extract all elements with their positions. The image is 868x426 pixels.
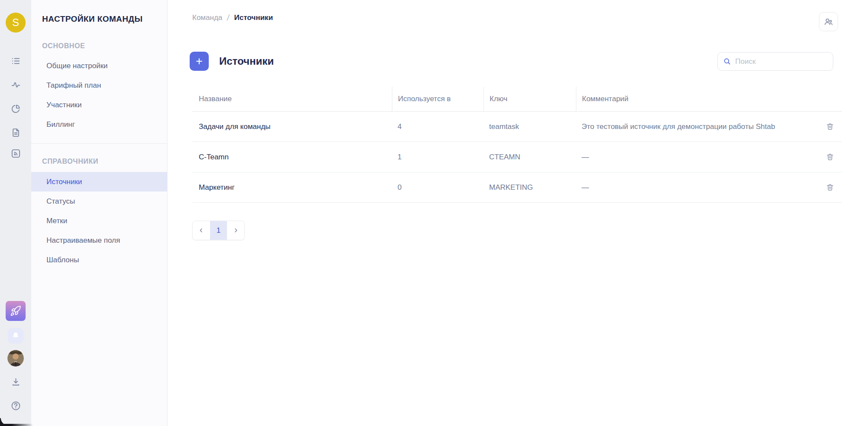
sidebar-section-main-label: ОСНОВНОЕ: [42, 42, 85, 50]
download-app-button[interactable]: [0, 377, 31, 387]
delete-source-button[interactable]: [824, 120, 836, 133]
sidebar-item-members[interactable]: Участники: [31, 95, 167, 115]
pagination: 1: [192, 221, 245, 240]
user-avatar[interactable]: [7, 350, 24, 367]
upgrade-rocket-button[interactable]: [6, 301, 26, 321]
chevron-right-icon: [233, 227, 239, 234]
sidebar-item-templates[interactable]: Шаблоны: [31, 250, 167, 270]
main-content: Команда / Источники + Источники: [168, 0, 868, 426]
cell-comment: Это тестовый источник для демонстрации р…: [576, 122, 818, 131]
table-header: Название Используется в Ключ Комментарий: [192, 87, 842, 112]
activity-icon: [11, 80, 21, 90]
table-row[interactable]: Задачи для команды 4 teamtask Это тестов…: [192, 112, 842, 142]
trash-icon: [825, 122, 835, 131]
table-row[interactable]: C-Teamn 1 CTEAMN —: [192, 142, 842, 172]
sidebar-item-billing[interactable]: Биллинг: [31, 115, 167, 134]
bell-icon: [11, 331, 20, 340]
sidebar-item-tariff-plan[interactable]: Тарифный план: [31, 76, 167, 95]
column-header-used-in: Используется в: [392, 87, 483, 111]
sources-table: Название Используется в Ключ Комментарий…: [192, 87, 842, 203]
cell-comment: —: [576, 183, 818, 192]
list-icon: [11, 56, 21, 66]
cell-used-in: 0: [392, 183, 483, 192]
delete-source-button[interactable]: [824, 181, 836, 194]
cell-key: CTEAMN: [483, 153, 576, 162]
sidebar-item-statuses[interactable]: Статусы: [31, 192, 167, 211]
trash-icon: [825, 152, 835, 162]
column-header-key: Ключ: [483, 87, 576, 111]
app-icon-rail: S: [0, 0, 31, 426]
pie-chart-icon: [11, 104, 21, 114]
cell-key: MARKETING: [483, 183, 576, 192]
pagination-page-1[interactable]: 1: [210, 221, 227, 240]
app-window: S: [0, 0, 868, 426]
breadcrumb-current: Источники: [234, 13, 273, 22]
cell-used-in: 4: [392, 122, 483, 131]
column-header-actions: [818, 87, 842, 111]
cell-comment: —: [576, 153, 818, 162]
sidebar-divider: [31, 143, 167, 144]
delete-source-button[interactable]: [824, 151, 836, 163]
cell-source-name: C-Teamn: [192, 153, 392, 162]
document-icon: [11, 128, 21, 138]
settings-sidebar: НАСТРОЙКИ КОМАНДЫ ОСНОВНОЕ Общие настрой…: [31, 0, 168, 426]
sidebar-item-custom-fields[interactable]: Настраиваемые поля: [31, 231, 167, 250]
column-header-comment: Комментарий: [576, 87, 818, 111]
chevron-left-icon: [198, 227, 204, 234]
sidebar-item-activity[interactable]: [0, 80, 31, 90]
sidebar-item-labels[interactable]: Метки: [31, 211, 167, 231]
column-header-name: Название: [192, 87, 392, 111]
rocket-icon: [10, 305, 21, 317]
sidebar-item-documents[interactable]: [0, 128, 31, 138]
table-row[interactable]: Маркетинг 0 MARKETING —: [192, 172, 842, 203]
breadcrumb-separator: /: [227, 13, 230, 23]
help-icon: [10, 400, 21, 411]
sidebar-item-general-settings[interactable]: Общие настройки: [31, 56, 167, 76]
search-box: [717, 52, 833, 71]
users-icon: [823, 17, 834, 27]
sidebar-section-directories: Источники Статусы Метки Настраиваемые по…: [31, 172, 167, 270]
pagination-next-button[interactable]: [227, 221, 244, 240]
cell-source-name: Задачи для команды: [192, 122, 392, 131]
notifications-button[interactable]: [8, 328, 23, 343]
trash-icon: [825, 183, 835, 192]
breadcrumb-team-link[interactable]: Команда: [192, 13, 222, 22]
members-button[interactable]: [819, 12, 838, 31]
pagination-prev-button[interactable]: [193, 221, 210, 240]
cell-used-in: 1: [392, 153, 483, 162]
sidebar-item-sources[interactable]: Источники: [31, 172, 167, 192]
sidebar-title: НАСТРОЙКИ КОМАНДЫ: [42, 14, 143, 24]
sidebar-item-tasks[interactable]: [0, 56, 31, 66]
cell-key: teamtask: [483, 122, 576, 131]
sidebar-item-feed[interactable]: [0, 149, 31, 159]
search-icon: [723, 57, 731, 66]
window-corner: [0, 418, 8, 426]
breadcrumb: Команда / Источники: [192, 13, 273, 23]
sidebar-section-main: Общие настройки Тарифный план Участники …: [31, 56, 167, 134]
sidebar-item-reports[interactable]: [0, 104, 31, 114]
cell-source-name: Маркетинг: [192, 183, 392, 192]
page-title: Источники: [219, 52, 274, 71]
download-icon: [11, 377, 21, 387]
feed-icon: [11, 149, 21, 159]
add-source-button[interactable]: +: [190, 52, 209, 71]
search-input[interactable]: [735, 57, 831, 66]
help-button[interactable]: [0, 400, 31, 411]
workspace-avatar[interactable]: S: [6, 13, 26, 33]
sidebar-section-directories-label: СПРАВОЧНИКИ: [42, 158, 99, 165]
